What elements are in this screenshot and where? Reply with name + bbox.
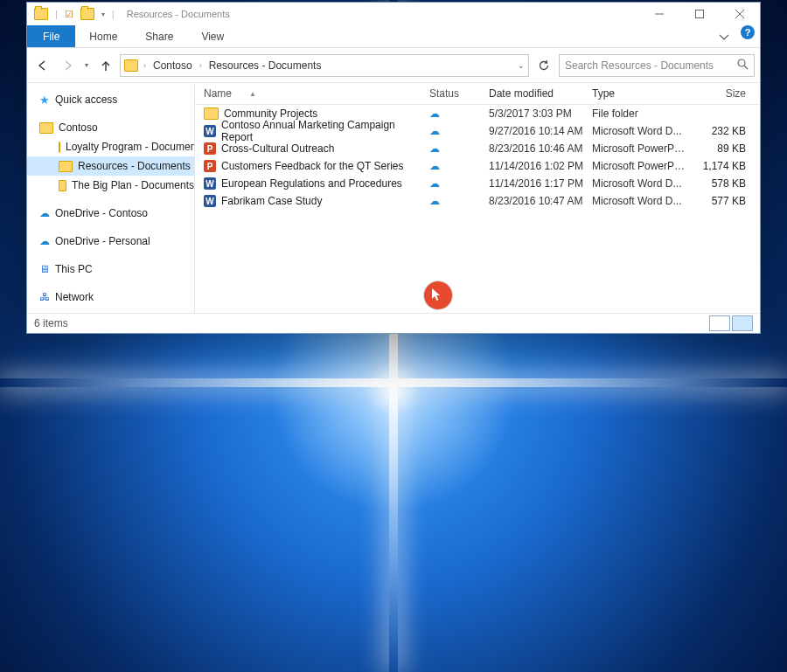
column-headers[interactable]: Name ▲ Status Date modified Type Size	[195, 83, 760, 105]
sidebar-item-label: OneDrive - Personal	[55, 235, 150, 247]
folder-icon	[39, 122, 53, 134]
sidebar-onedrive-business[interactable]: ☁ OneDrive - Contoso	[27, 204, 194, 223]
file-date: 8/23/2016 10:47 AM	[489, 195, 592, 207]
file-size: 89 KB	[686, 142, 760, 155]
search-icon[interactable]	[737, 59, 749, 73]
sidebar-item-label: Loyalty Program - Documents	[66, 141, 195, 153]
ribbon-tab-share[interactable]: Share	[131, 25, 187, 47]
qat-dropdown-icon[interactable]: ▾	[101, 10, 105, 18]
file-name: European Regulations and Procedures	[221, 177, 402, 190]
file-row[interactable]: WEuropean Regulations and Procedures☁11/…	[195, 175, 760, 192]
address-bar[interactable]: › Contoso › Resources - Documents ⌄	[120, 54, 529, 77]
qat-open-icon[interactable]	[80, 8, 94, 20]
star-icon: ★	[39, 94, 50, 107]
close-button[interactable]	[720, 3, 760, 25]
file-name: Customers Feedback for the QT Series	[221, 160, 404, 172]
cloud-icon: ☁	[39, 207, 50, 219]
breadcrumb-segment-1[interactable]: Resources - Documents	[205, 59, 325, 72]
address-folder-icon	[124, 59, 138, 72]
ribbon-tab-home[interactable]: Home	[75, 25, 131, 47]
sidebar-this-pc[interactable]: 🖥 This PC	[27, 260, 194, 279]
file-row[interactable]: PCustomers Feedback for the QT Series☁11…	[195, 157, 760, 175]
sidebar-item-label: Resources - Documents	[78, 160, 191, 172]
cursor-highlight-icon	[424, 281, 452, 309]
breadcrumb-segment-0[interactable]: Contoso	[150, 59, 196, 72]
file-type: Microsoft PowerPo...	[592, 142, 686, 155]
chevron-right-icon[interactable]: ›	[198, 61, 204, 70]
file-name: Community Projects	[224, 107, 317, 120]
cloud-status-icon: ☁	[429, 177, 440, 190]
ribbon-file-tab[interactable]: File	[27, 25, 75, 47]
column-header-name[interactable]: Name ▲	[200, 87, 429, 100]
nav-up-button[interactable]	[95, 55, 116, 76]
address-dropdown-icon[interactable]: ⌄	[518, 61, 525, 70]
refresh-button[interactable]	[533, 54, 555, 77]
app-folder-icon	[34, 8, 48, 20]
view-large-icons-button[interactable]	[709, 315, 730, 331]
explorer-window: | ☑ ▾ | Resources - Documents File Home …	[26, 2, 761, 334]
window-title: Resources - Documents	[122, 9, 639, 19]
sidebar-root-contoso[interactable]: Contoso	[27, 118, 194, 137]
file-name: Cross-Cultural Outreach	[221, 142, 334, 155]
navigation-row: ▾ › Contoso › Resources - Documents ⌄ Se…	[27, 48, 760, 83]
sidebar-item-label: The Big Plan - Documents	[72, 179, 194, 191]
cloud-status-icon: ☁	[429, 125, 440, 137]
svg-rect-1	[696, 10, 704, 18]
file-row[interactable]: WFabrikam Case Study☁8/23/2016 10:47 AMM…	[195, 192, 760, 210]
ribbon-expand-icon[interactable]	[711, 25, 737, 47]
sidebar-quick-access[interactable]: ★ Quick access	[27, 90, 194, 109]
file-rows: Community Projects☁5/3/2017 3:03 PMFile …	[195, 105, 760, 313]
sidebar-child-0[interactable]: Loyalty Program - Documents	[27, 137, 194, 156]
minimize-button[interactable]	[639, 3, 679, 25]
file-type: Microsoft Word D...	[592, 177, 686, 190]
file-date: 11/14/2016 1:02 PM	[489, 160, 592, 172]
chevron-right-icon[interactable]: ›	[142, 61, 148, 70]
folder-icon	[59, 142, 60, 153]
file-size: 577 KB	[686, 195, 760, 207]
word-file-icon: W	[204, 125, 216, 137]
file-date: 9/27/2016 10:14 AM	[489, 125, 592, 137]
status-bar: 6 items	[27, 313, 760, 333]
quick-access-toolbar: | ☑ ▾ |	[27, 8, 122, 20]
file-date: 11/14/2016 1:17 PM	[489, 177, 592, 190]
nav-forward-button[interactable]	[57, 55, 78, 76]
nav-back-button[interactable]	[32, 55, 53, 76]
sidebar-child-1[interactable]: Resources - Documents	[27, 156, 194, 176]
folder-icon	[204, 107, 219, 120]
cloud-status-icon: ☁	[429, 195, 440, 207]
item-count: 6 items	[34, 317, 68, 329]
file-date: 8/23/2016 10:46 AM	[489, 142, 592, 155]
maximize-button[interactable]	[679, 3, 720, 25]
search-placeholder: Search Resources - Documents	[565, 59, 714, 72]
folder-icon	[59, 161, 73, 172]
nav-history-dropdown[interactable]: ▾	[81, 55, 92, 76]
column-header-size[interactable]: Size	[686, 87, 760, 100]
file-size: 578 KB	[686, 177, 760, 190]
network-icon: 🖧	[39, 291, 50, 303]
view-details-button[interactable]	[732, 315, 753, 331]
column-label: Name	[204, 87, 232, 100]
navigation-pane[interactable]: ★ Quick access Contoso Loyalty Program -…	[27, 83, 195, 313]
column-header-status[interactable]: Status	[429, 87, 489, 100]
ribbon-tab-view[interactable]: View	[187, 25, 238, 47]
qat-check-icon[interactable]: ☑	[65, 9, 73, 20]
file-type: Microsoft Word D...	[592, 195, 686, 207]
sidebar-item-label: Quick access	[55, 94, 117, 106]
cloud-status-icon: ☁	[429, 107, 440, 120]
file-row[interactable]: WContoso Annual Marketing Campaign Repor…	[195, 122, 760, 140]
word-file-icon: W	[204, 177, 216, 190]
powerpoint-file-icon: P	[204, 160, 216, 172]
sidebar-item-label: OneDrive - Contoso	[55, 207, 148, 219]
search-input[interactable]: Search Resources - Documents	[559, 54, 755, 77]
sidebar-onedrive-personal[interactable]: ☁ OneDrive - Personal	[27, 232, 194, 251]
column-header-type[interactable]: Type	[592, 87, 686, 100]
cloud-status-icon: ☁	[429, 160, 440, 172]
title-bar[interactable]: | ☑ ▾ | Resources - Documents	[27, 3, 760, 25]
file-row[interactable]: PCross-Cultural Outreach☁8/23/2016 10:46…	[195, 140, 760, 157]
sort-indicator-icon: ▲	[249, 90, 256, 98]
sidebar-network[interactable]: 🖧 Network	[27, 288, 194, 307]
word-file-icon: W	[204, 195, 216, 207]
column-header-date[interactable]: Date modified	[489, 87, 592, 100]
sidebar-child-2[interactable]: The Big Plan - Documents	[27, 176, 194, 195]
help-button[interactable]: ?	[741, 25, 755, 39]
